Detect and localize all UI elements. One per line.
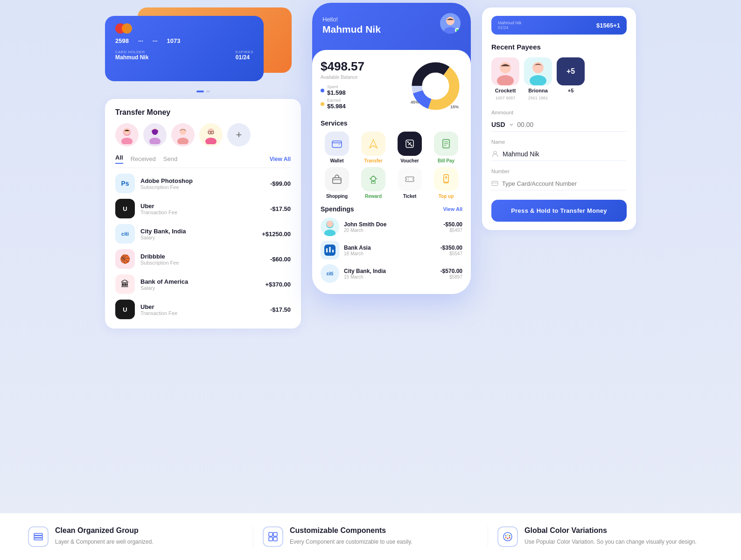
bank-card-blue[interactable]: 2598 ··· ··· 1073 CARD HOLDER Mahmud Nik… (105, 16, 264, 81)
blue-card-dots2: ··· (153, 37, 158, 44)
chart-label-15: 15% (450, 105, 459, 109)
tx-info: Uber Transaction Fee (140, 303, 265, 316)
card-icon (491, 180, 498, 187)
svg-point-45 (494, 151, 496, 154)
payee-number-brionna: 2561 1881 (528, 96, 548, 100)
layers-icon (28, 526, 49, 547)
service-label-voucher: Voucher (400, 158, 419, 163)
carousel-dot (206, 91, 210, 92)
tx-amount: +$370.00 (265, 281, 291, 288)
transfer-button[interactable]: Press & Hold to Transfer Money (491, 200, 627, 222)
svg-rect-50 (34, 533, 42, 535)
service-wallet[interactable]: Wallet (321, 132, 353, 163)
service-label-transfer: Transfer (364, 158, 382, 163)
feature-colors: Global Color Variations Use Popular Colo… (488, 526, 713, 547)
svg-rect-40 (332, 250, 334, 252)
svg-point-35 (324, 230, 336, 236)
tab-view-all[interactable]: View All (270, 156, 291, 162)
tx-icon-uber: U (115, 199, 135, 218)
payee-brionna[interactable]: Brionna 2561 1881 (524, 57, 552, 100)
svg-point-1 (121, 138, 133, 144)
spent-amount: $1.598 (327, 89, 346, 96)
tx-icon-dribbble: 🏀 (115, 249, 135, 269)
svg-point-36 (327, 221, 333, 227)
mini-bank-card: Mahmud Nik 01/24 $1565+1 (491, 16, 627, 35)
card-carousel: 3754 Mah 2598 ··· ··· (105, 7, 301, 87)
tx-amount: +$1250.00 (262, 231, 291, 238)
center-panel: Hello! Mahmud Nik (312, 3, 471, 294)
chevron-down-icon (509, 122, 514, 127)
feature-title-1: Clean Organized Group (55, 526, 154, 535)
svg-point-60 (507, 538, 509, 539)
add-contact-button[interactable]: + (227, 123, 251, 147)
transfer-avatars: + (115, 123, 291, 147)
svg-rect-54 (273, 537, 277, 541)
service-topup[interactable]: Top up (430, 167, 462, 199)
svg-point-2 (124, 128, 130, 135)
right-card: Mahmud Nik 01/24 $1565+1 Recent Payees (482, 7, 636, 230)
earned-label: Earned (327, 98, 346, 103)
feature-title-2: Customizable Components (290, 526, 412, 535)
tx-info: Adobe Photoshop Subscription Fee (140, 177, 265, 190)
card-holder-label: CARD HOLDER (115, 50, 148, 54)
service-transfer[interactable]: Transfer (357, 132, 390, 163)
service-billpay[interactable]: Bill Pay (430, 132, 462, 163)
svg-point-23 (411, 145, 412, 147)
spending-avatar-citybank: citi (321, 264, 339, 283)
tx-amount: -$17.50 (270, 205, 291, 212)
donut-chart: 35% 45% 15% (409, 59, 462, 113)
svg-point-18 (423, 73, 449, 99)
svg-point-4 (149, 138, 161, 144)
service-reward[interactable]: Reward (357, 167, 390, 199)
svg-rect-39 (329, 247, 331, 252)
account-number-input[interactable] (502, 180, 627, 187)
spending-info: Bank Asia 18 March (344, 245, 436, 256)
currency-select[interactable]: USD (491, 121, 505, 128)
svg-rect-28 (333, 178, 341, 183)
spending-info: City Bank, India 15 March (344, 268, 436, 280)
spending-item: John Smith Doe 20 March -$50.00 $5497 (321, 217, 462, 236)
svg-point-8 (205, 138, 217, 144)
tab-received[interactable]: Received (131, 155, 156, 162)
avatar-1[interactable] (115, 123, 139, 147)
avatar-3[interactable] (171, 123, 195, 147)
feature-organized: Clean Organized Group Layer & Component … (28, 526, 253, 547)
service-shopping[interactable]: Shopping (321, 167, 353, 199)
name-label: Name (491, 139, 627, 145)
blue-card-dots1: ··· (138, 37, 143, 44)
svg-point-56 (505, 535, 507, 537)
svg-rect-46 (492, 181, 498, 185)
mini-card-number: 01/24 (498, 25, 522, 30)
chart-label-35: 35% (450, 64, 459, 69)
feature-title-3: Global Color Variations (524, 526, 697, 535)
avatar-4[interactable] (199, 123, 223, 147)
recent-payees-title: Recent Payees (491, 43, 627, 51)
feature-desc-3: Use Popular Color Variation. So you can … (524, 538, 697, 546)
table-row: U Uber Transaction Fee -$17.50 (115, 300, 291, 319)
payees-row: Crockett 1007 9087 Brionna (491, 57, 627, 100)
avatar-2[interactable] (143, 123, 167, 147)
svg-point-12 (446, 17, 454, 25)
tx-amount: -$17.50 (270, 306, 291, 313)
user-avatar (440, 13, 461, 34)
payee-more-count: +5 (566, 67, 575, 76)
left-panel: 3754 Mah 2598 ··· ··· (105, 7, 301, 329)
palette-icon (497, 526, 518, 547)
spent-label: Spent (327, 84, 346, 89)
service-voucher[interactable]: Voucher (393, 132, 426, 163)
payee-crockett[interactable]: Crockett 1007 9087 (491, 57, 519, 100)
svg-point-58 (509, 535, 510, 537)
tx-info: City Bank, India Salary (140, 228, 256, 240)
tx-icon-citi: citi (115, 224, 135, 244)
spendings-viewall[interactable]: View All (443, 206, 462, 212)
amount-input[interactable] (517, 121, 627, 128)
service-label-reward: Reward (365, 194, 382, 199)
service-label-wallet: Wallet (330, 158, 343, 163)
tab-send[interactable]: Send (163, 155, 177, 162)
svg-rect-49 (34, 536, 42, 538)
payee-more[interactable]: +5 +5 (557, 57, 585, 100)
svg-rect-51 (269, 532, 273, 536)
service-ticket[interactable]: Ticket (393, 167, 426, 199)
tab-all[interactable]: All (115, 154, 123, 164)
tx-tabs: All Received Send View All (115, 154, 291, 168)
